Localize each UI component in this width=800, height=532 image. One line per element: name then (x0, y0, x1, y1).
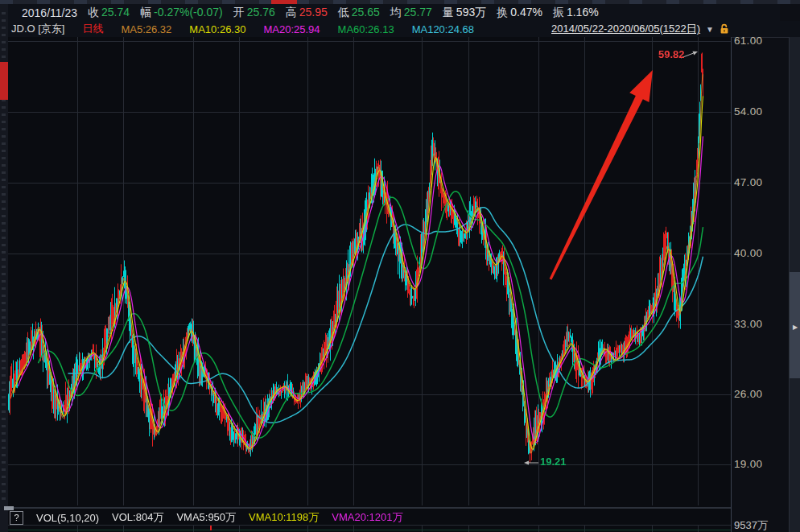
y-tick-label: 26.00 (734, 388, 762, 400)
vol-params-label: VOL(5,10,20) (36, 512, 99, 524)
y-tick-label: 54.00 (734, 105, 762, 118)
quote-field-amplitude: 振1.16% (553, 6, 599, 20)
volume-scale-label: 9537万 (734, 518, 768, 532)
quote-field-low: 低25.65 (338, 6, 380, 20)
range-selector[interactable]: 2014/05/22-2020/06/05(1522日) ▼ (551, 21, 729, 37)
low-annotation: 19.21 (540, 456, 567, 468)
y-axis: 61.0054.0047.0040.0033.0026.0019.00 (734, 0, 769, 532)
volume-indicator-row: ? VOL(5,10,20) VOL:804万 VMA5:950万 VMA10:… (8, 509, 732, 526)
ma120-legend: MA120:24.68 (412, 23, 474, 35)
plot-right-border (731, 37, 732, 532)
quote-field-turnover: 换0.47% (497, 6, 542, 20)
y-tick-label: 40.00 (734, 247, 762, 259)
quote-field-close: 收25.74 (88, 6, 130, 20)
period-label[interactable]: 日线 (82, 22, 103, 36)
y-tick-label: 47.00 (734, 176, 762, 188)
stock-chart-app: { "header": { "date": "2016/11/23", "fie… (0, 0, 800, 532)
quote-field-high: 高25.95 (286, 6, 328, 20)
quote-date: 2016/11/23 (22, 6, 77, 19)
quote-field-change: 幅-0.27%(-0.07) (140, 6, 223, 20)
date-range-label[interactable]: 2014/05/22-2020/06/05(1522日) (551, 22, 700, 36)
quote-header: 2016/11/23 收25.74 幅-0.27%(-0.07) 开25.76 … (8, 4, 780, 21)
ma20-legend: MA20:25.94 (263, 23, 320, 35)
symbol-name: JD.O [京东] (11, 22, 64, 36)
y-tick-label: 33.00 (734, 318, 762, 330)
quote-field-volume: 量593万 (443, 6, 486, 20)
lock-icon[interactable] (720, 23, 729, 35)
chevron-down-icon[interactable]: ▼ (706, 25, 714, 34)
help-icon[interactable]: ? (10, 511, 23, 525)
vma10-label: VMA10:1198万 (249, 510, 319, 525)
y-tick-label: 61.00 (734, 35, 762, 47)
y-tick-label: 19.00 (734, 458, 762, 470)
vma5-label: VMA5:950万 (176, 510, 236, 525)
ma60-legend: MA60:26.13 (338, 23, 394, 35)
price-chart-canvas[interactable] (8, 37, 731, 532)
quote-field-avg: 均25.77 (390, 6, 432, 20)
indicator-header: JD.O [京东] 日线 MA5:26.32 MA10:26.30 MA20:2… (8, 21, 800, 38)
ma10-legend: MA10:26.30 (189, 23, 245, 35)
scrollbar-arrow-icon[interactable]: ▶ (790, 324, 800, 331)
ma5-legend: MA5:26.32 (121, 23, 171, 35)
sidebar-active-item[interactable] (0, 62, 8, 100)
high-annotation: 59.82 (658, 48, 685, 60)
vma20-label: VMA20:1201万 (332, 510, 402, 525)
quote-field-open: 开25.76 (233, 6, 275, 20)
vol-value-label: VOL:804万 (112, 510, 163, 525)
